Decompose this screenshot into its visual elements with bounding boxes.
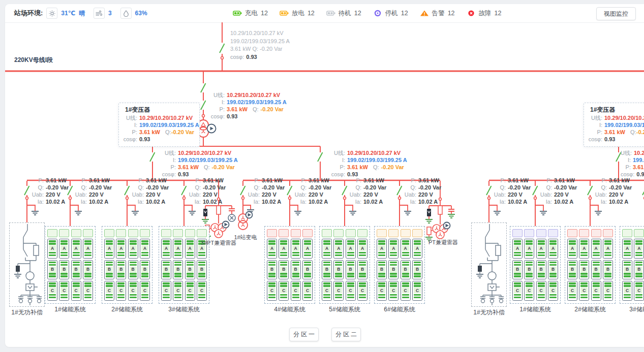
battery-module[interactable]: A	[302, 239, 313, 259]
battery-module[interactable]: C	[322, 281, 332, 301]
battery-module[interactable]: B	[512, 260, 523, 280]
battery-module[interactable]: B	[567, 260, 577, 280]
battery-module[interactable]: B	[197, 260, 207, 280]
battery-module[interactable]: B	[322, 260, 332, 280]
battery-module[interactable]: A	[116, 239, 126, 259]
battery-module[interactable]: B	[401, 260, 411, 280]
storage-system[interactable]: ABCABCABCABC	[620, 226, 644, 304]
storage-system[interactable]: ABCABCABCABC	[374, 226, 425, 304]
battery-module[interactable]: A	[128, 239, 138, 259]
battery-module[interactable]: C	[388, 281, 398, 301]
battery-module[interactable]: B	[47, 260, 57, 280]
battery-module[interactable]: C	[346, 281, 356, 301]
battery-module[interactable]: B	[161, 260, 171, 280]
battery-module[interactable]: A	[401, 239, 411, 259]
battery-module[interactable]: A	[357, 239, 367, 259]
battery-module[interactable]: B	[333, 260, 344, 280]
battery-module[interactable]: A	[388, 239, 398, 259]
battery-module[interactable]: A	[71, 239, 81, 259]
zone-button-2[interactable]: 分区二	[331, 328, 361, 341]
battery-module[interactable]: C	[71, 281, 81, 301]
battery-module[interactable]: C	[412, 281, 422, 301]
storage-system[interactable]: ABCABCABCABC	[159, 226, 209, 304]
battery-module[interactable]: C	[197, 281, 207, 301]
battery-module[interactable]: C	[104, 281, 114, 301]
battery-module[interactable]: A	[346, 239, 356, 259]
battery-module[interactable]: A	[173, 239, 183, 259]
battery-module[interactable]: A	[161, 239, 171, 259]
battery-module[interactable]: C	[173, 281, 183, 301]
battery-module[interactable]: A	[267, 239, 277, 259]
battery-module[interactable]: B	[173, 260, 183, 280]
battery-module[interactable]: A	[47, 239, 57, 259]
battery-module[interactable]: C	[548, 281, 558, 301]
battery-module[interactable]: C	[401, 281, 411, 301]
battery-module[interactable]: C	[579, 281, 589, 301]
battery-module[interactable]: A	[279, 239, 289, 259]
battery-module[interactable]: B	[622, 260, 632, 280]
battery-module[interactable]: B	[279, 260, 289, 280]
battery-module[interactable]: A	[603, 239, 613, 259]
battery-module[interactable]: B	[128, 260, 138, 280]
battery-module[interactable]: B	[579, 260, 589, 280]
battery-module[interactable]: C	[567, 281, 577, 301]
battery-module[interactable]: A	[567, 239, 577, 259]
battery-module[interactable]: A	[377, 239, 387, 259]
battery-module[interactable]: C	[161, 281, 171, 301]
storage-system[interactable]: ABCABCABCABC	[565, 226, 616, 304]
battery-module[interactable]: C	[47, 281, 57, 301]
battery-module[interactable]: C	[622, 281, 632, 301]
battery-module[interactable]: B	[634, 260, 644, 280]
battery-module[interactable]: A	[622, 239, 632, 259]
view-monitor-button[interactable]: 视图监控	[596, 7, 636, 20]
battery-module[interactable]: B	[357, 260, 367, 280]
battery-module[interactable]: B	[291, 260, 301, 280]
battery-module[interactable]: A	[59, 239, 69, 259]
battery-module[interactable]: B	[388, 260, 398, 280]
battery-module[interactable]: A	[140, 239, 150, 259]
storage-system[interactable]: ABCABCABCABC	[102, 226, 152, 304]
battery-module[interactable]: A	[579, 239, 589, 259]
battery-module[interactable]: C	[603, 281, 613, 301]
battery-module[interactable]: B	[524, 260, 534, 280]
battery-module[interactable]: C	[536, 281, 546, 301]
battery-module[interactable]: B	[83, 260, 93, 280]
battery-module[interactable]: A	[83, 239, 93, 259]
battery-module[interactable]: B	[412, 260, 422, 280]
battery-module[interactable]: A	[512, 239, 523, 259]
storage-system[interactable]: ABCABCABCABC	[319, 226, 370, 304]
battery-module[interactable]: B	[548, 260, 558, 280]
battery-module[interactable]: C	[116, 281, 126, 301]
battery-module[interactable]: B	[377, 260, 387, 280]
battery-module[interactable]: C	[357, 281, 367, 301]
battery-module[interactable]: C	[185, 281, 195, 301]
battery-module[interactable]: B	[104, 260, 114, 280]
battery-module[interactable]: A	[291, 239, 301, 259]
reactive-compensation-box[interactable]	[471, 222, 507, 307]
battery-module[interactable]: B	[302, 260, 313, 280]
battery-module[interactable]: A	[536, 239, 546, 259]
battery-module[interactable]: A	[322, 239, 332, 259]
battery-module[interactable]: A	[548, 239, 558, 259]
battery-module[interactable]: C	[333, 281, 344, 301]
battery-module[interactable]: C	[512, 281, 523, 301]
battery-module[interactable]: C	[59, 281, 69, 301]
battery-module[interactable]: C	[524, 281, 534, 301]
battery-module[interactable]: B	[267, 260, 277, 280]
battery-module[interactable]: C	[128, 281, 138, 301]
battery-module[interactable]: B	[140, 260, 150, 280]
battery-module[interactable]: C	[83, 281, 93, 301]
battery-module[interactable]: C	[377, 281, 387, 301]
battery-module[interactable]: C	[302, 281, 313, 301]
battery-module[interactable]: B	[71, 260, 81, 280]
battery-module[interactable]: C	[140, 281, 150, 301]
zone-button-1[interactable]: 分区一	[289, 328, 319, 341]
reactive-compensation-box[interactable]	[9, 222, 45, 307]
battery-module[interactable]: C	[267, 281, 277, 301]
battery-module[interactable]: B	[346, 260, 356, 280]
battery-module[interactable]: A	[524, 239, 534, 259]
battery-module[interactable]: A	[104, 239, 114, 259]
battery-module[interactable]: C	[591, 281, 601, 301]
battery-module[interactable]: C	[291, 281, 301, 301]
battery-module[interactable]: B	[185, 260, 195, 280]
